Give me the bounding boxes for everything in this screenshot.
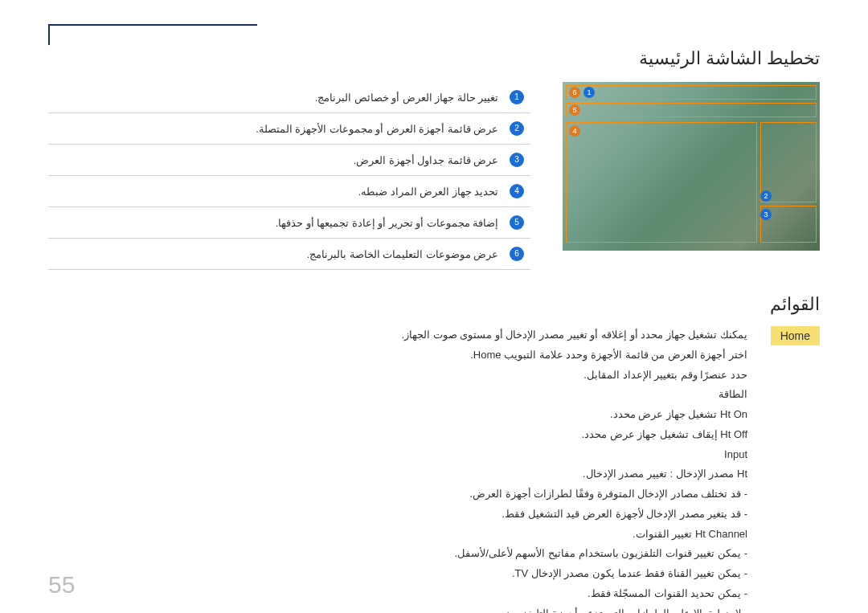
- legend-number-1: 1: [510, 90, 524, 104]
- callout-2: 2: [760, 190, 772, 202]
- menu-line: Ht مصدر الإدخال : تغيير مصدر الإدخال.: [48, 465, 747, 484]
- legend-text: عرض موضوعات التعليمات الخاصة بالبرنامج.: [48, 239, 503, 270]
- menu-line: Ht On تشغيل جهاز عرض محدد.: [48, 406, 747, 424]
- menu-line: - يمكن تغيير القناة فقط عندما يكون مصدر …: [48, 565, 747, 583]
- legend-text: تحديد جهاز العرض المراد ضبطه.: [48, 176, 503, 207]
- callout-6: 6: [569, 87, 580, 98]
- legend-number-2: 2: [510, 121, 524, 136]
- callout-4: 4: [569, 125, 580, 137]
- menu-line: - لا ينطبق إلا على الطرازات التي تدعم أج…: [48, 605, 747, 614]
- legend-number-4: 4: [510, 184, 524, 198]
- layout-row: 1تغيير حالة جهاز العرض أو خصائص البرنامج…: [48, 82, 820, 270]
- legend-row: 2عرض قائمة أجهزة العرض أو مجموعات الأجهز…: [48, 113, 530, 145]
- menu-line: - قد تختلف مصادر الإدخال المتوفرة وفقًا …: [48, 485, 747, 504]
- corner-rule: [48, 24, 257, 45]
- menu-line: حدد عنصرًا وقم بتغيير الإعداد المقابل.: [48, 366, 747, 385]
- legend-number-3: 3: [510, 153, 524, 167]
- menus-title: القوائم: [48, 294, 820, 315]
- menu-line: - يمكن تغيير قنوات التلفزيون باستخدام مف…: [48, 545, 747, 563]
- legend-text: عرض قائمة أجهزة العرض أو مجموعات الأجهزة…: [48, 113, 503, 145]
- menu-line: Ht Channel تغيير القنوات.: [48, 525, 747, 544]
- legend-number-6: 6: [510, 247, 524, 261]
- legend-row: 4تحديد جهاز العرض المراد ضبطه.: [48, 176, 530, 207]
- menu-line: Input: [48, 446, 747, 464]
- page-number: 55: [48, 571, 75, 599]
- legend-text: تغيير حالة جهاز العرض أو خصائص البرنامج.: [48, 82, 503, 113]
- callout-3: 3: [760, 209, 772, 220]
- menu-body: يمكنك تشغيل جهاز محدد أو إغلاقه أو تغيير…: [48, 326, 747, 613]
- callout-1: 1: [583, 87, 595, 98]
- legend-row: 1تغيير حالة جهاز العرض أو خصائص البرنامج…: [48, 82, 530, 113]
- legend-text: عرض قائمة جداول أجهزة العرض.: [48, 145, 503, 176]
- legend-row: 5إضافة مجموعات أو تحرير أو إعادة تجميعها…: [48, 207, 530, 239]
- legend-table: 1تغيير حالة جهاز العرض أو خصائص البرنامج…: [48, 82, 530, 270]
- legend-row: 3عرض قائمة جداول أجهزة العرض.: [48, 145, 530, 176]
- legend-row: 6عرض موضوعات التعليمات الخاصة بالبرنامج.: [48, 239, 530, 270]
- menu-line: - يمكن تحديد القنوات المسجّلة فقط.: [48, 585, 747, 603]
- menu-line: الطاقة: [48, 386, 747, 404]
- legend-number-5: 5: [510, 215, 524, 230]
- layout-screenshot: 6 1 5 4 2 3: [563, 82, 820, 251]
- menu-line: اختر أجهزة العرض من قائمة الأجهزة وحدد ع…: [48, 346, 747, 365]
- menu-line: Ht Off إيقاف تشغيل جهاز عرض محدد.: [48, 426, 747, 444]
- callout-5: 5: [569, 104, 580, 116]
- section-title: تخطيط الشاشة الرئيسية: [48, 48, 820, 69]
- menu-line: - قد يتغير مصدر الإدخال لأجهزة العرض قيد…: [48, 505, 747, 524]
- menu-line: يمكنك تشغيل جهاز محدد أو إغلاقه أو تغيير…: [48, 326, 747, 345]
- home-tab[interactable]: Home: [771, 326, 820, 345]
- legend-text: إضافة مجموعات أو تحرير أو إعادة تجميعها …: [48, 207, 503, 239]
